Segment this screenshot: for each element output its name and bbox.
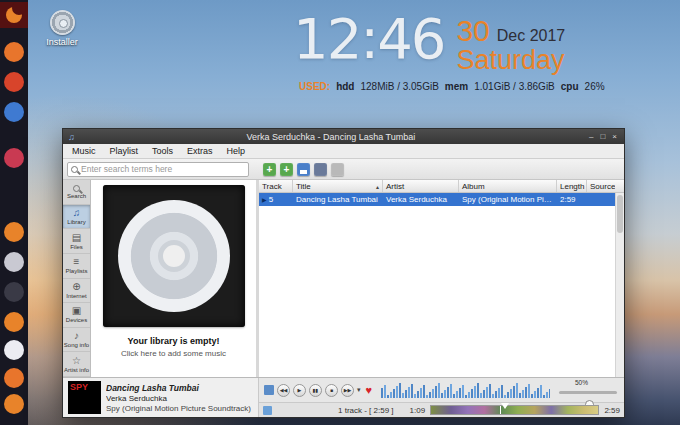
- cell-track: 5: [269, 195, 273, 204]
- playlist-scrollbar[interactable]: [615, 193, 624, 377]
- tab-files[interactable]: ▤ Files: [63, 229, 90, 254]
- library-empty-title: Your library is empty!: [128, 336, 220, 346]
- column-label: Track: [262, 182, 282, 191]
- tab-song-info[interactable]: ♪ Song info: [63, 328, 90, 353]
- add-music-button[interactable]: +: [263, 163, 276, 176]
- tab-playlists[interactable]: ≡ Playlists: [63, 254, 90, 279]
- spectrum-analyzer: [381, 382, 550, 398]
- pause-button[interactable]: ▮▮: [309, 384, 322, 397]
- menu-music[interactable]: Music: [72, 146, 96, 156]
- now-playing-box: SPY Dancing Lasha Tumbai Verka Serduchka…: [63, 378, 259, 417]
- open-playlist-button[interactable]: [314, 163, 327, 176]
- dock-launcher-speaker[interactable]: [4, 340, 24, 360]
- dock-launcher-4[interactable]: [4, 102, 24, 122]
- tab-label: Library: [67, 219, 85, 225]
- minimize-button[interactable]: –: [589, 132, 593, 141]
- dock-launcher-12[interactable]: [4, 394, 24, 414]
- save-playlist-button[interactable]: [297, 163, 310, 176]
- dock-launcher-2[interactable]: [4, 42, 24, 62]
- clear-playlist-button[interactable]: [331, 163, 344, 176]
- close-button[interactable]: ×: [612, 132, 617, 141]
- installer-label: Installer: [34, 37, 90, 47]
- search-input[interactable]: [81, 164, 245, 174]
- tab-internet[interactable]: ⊕ Internet: [63, 279, 90, 304]
- window-title: Verka Serduchka - Dancing Lasha Tumbai: [80, 132, 582, 142]
- tab-artist-info[interactable]: ☆ Artist info: [63, 352, 90, 377]
- seek-position-marker[interactable]: [501, 403, 509, 409]
- stats-hdd-value: 128MiB / 3.05GiB: [360, 81, 438, 92]
- stats-used-label: USED:: [299, 81, 330, 92]
- system-stats: USED: hdd 128MiB / 3.05GiB mem 1.01GiB /…: [293, 81, 605, 92]
- tab-label: Search: [67, 193, 86, 199]
- cell-length: 2:59: [557, 195, 587, 204]
- tab-library[interactable]: ♫ Library: [63, 205, 90, 230]
- stop-button[interactable]: ■: [325, 384, 338, 397]
- transport-controls: ◀◀ ▶ ▮▮ ■ ▶▶ ▾ ♥ 50%: [259, 378, 624, 402]
- column-header-artist[interactable]: Artist: [383, 180, 459, 192]
- cell-album: Spy (Original Motion Picture Soundtrack): [459, 195, 557, 204]
- stats-mem-value: 1.01GiB / 3.86GiB: [474, 81, 555, 92]
- menu-extras[interactable]: Extras: [187, 146, 213, 156]
- column-header-title[interactable]: Title▴: [293, 180, 383, 192]
- dock-launcher-6[interactable]: [4, 222, 24, 242]
- volume-control: 50%: [557, 378, 619, 402]
- love-button[interactable]: ♥: [366, 384, 373, 396]
- column-label: Album: [462, 182, 485, 191]
- seek-bar[interactable]: [430, 405, 599, 415]
- column-label: Title: [296, 182, 311, 191]
- dock-launcher-11[interactable]: [4, 368, 24, 388]
- visualization-icon[interactable]: [264, 385, 274, 395]
- stats-hdd-label: hdd: [336, 81, 354, 92]
- menu-help[interactable]: Help: [227, 146, 246, 156]
- play-button[interactable]: ▶: [293, 384, 306, 397]
- player-bottom-bar: SPY Dancing Lasha Tumbai Verka Serduchka…: [63, 377, 624, 417]
- dock-launcher-7[interactable]: [4, 252, 24, 272]
- maximize-button[interactable]: □: [600, 132, 605, 141]
- add-folder-button[interactable]: +: [280, 163, 293, 176]
- dock-launcher-8[interactable]: [4, 282, 24, 302]
- menu-playlist[interactable]: Playlist: [110, 146, 139, 156]
- installer-shortcut[interactable]: Installer: [34, 10, 90, 47]
- app-icon: ♫: [63, 132, 80, 142]
- tab-devices[interactable]: ▣ Devices: [63, 303, 90, 328]
- playlist-status-icon: [263, 406, 272, 415]
- stop-options-dropdown[interactable]: ▾: [357, 386, 361, 394]
- search-box[interactable]: [67, 162, 249, 177]
- dock-launcher-9[interactable]: [4, 312, 24, 332]
- tracks-summary: 1 track - [ 2:59 ]: [338, 406, 394, 415]
- menu-bar: Music Playlist Tools Extras Help: [63, 144, 624, 159]
- dock-launcher-1[interactable]: [0, 2, 28, 28]
- column-header-album[interactable]: Album: [459, 180, 557, 192]
- tab-label: Song info: [64, 342, 89, 348]
- column-header-length[interactable]: Length: [557, 180, 587, 192]
- playlist-row[interactable]: ▶5 Dancing Lasha Tumbai Verka Serduchka …: [259, 193, 624, 206]
- playlist-header: Track Title▴ Artist Album Length Source: [259, 180, 624, 193]
- titlebar[interactable]: ♫ Verka Serduchka - Dancing Lasha Tumbai…: [63, 129, 624, 144]
- clock-month-year: Dec 2017: [497, 27, 566, 45]
- menu-tools[interactable]: Tools: [152, 146, 173, 156]
- album-art: SPY: [68, 381, 101, 414]
- files-icon: ▤: [72, 233, 81, 243]
- now-playing-artist: Verka Serduchka: [106, 394, 251, 403]
- volume-slider[interactable]: [559, 391, 617, 394]
- devices-icon: ▣: [72, 306, 81, 316]
- dock-launcher-5[interactable]: [4, 148, 24, 168]
- dock: [0, 0, 28, 425]
- tab-label: Playlists: [65, 268, 87, 274]
- library-icon: ♫: [73, 208, 81, 218]
- next-button[interactable]: ▶▶: [341, 384, 354, 397]
- previous-button[interactable]: ◀◀: [277, 384, 290, 397]
- playing-indicator-icon: ▶: [262, 196, 267, 203]
- playlists-icon: ≡: [74, 257, 80, 267]
- column-header-track[interactable]: Track: [259, 180, 293, 192]
- dock-launcher-3[interactable]: [4, 72, 24, 92]
- column-header-source[interactable]: Source: [587, 180, 615, 192]
- scrollbar-thumb[interactable]: [617, 195, 623, 233]
- playback-position: 1:09: [410, 406, 426, 415]
- tab-search[interactable]: Search: [63, 180, 90, 205]
- column-label: Source: [590, 182, 615, 191]
- song-info-icon: ♪: [74, 331, 79, 341]
- library-add-music-link[interactable]: Click here to add some music: [121, 349, 226, 358]
- tab-label: Files: [70, 244, 83, 250]
- cd-icon: [118, 200, 230, 312]
